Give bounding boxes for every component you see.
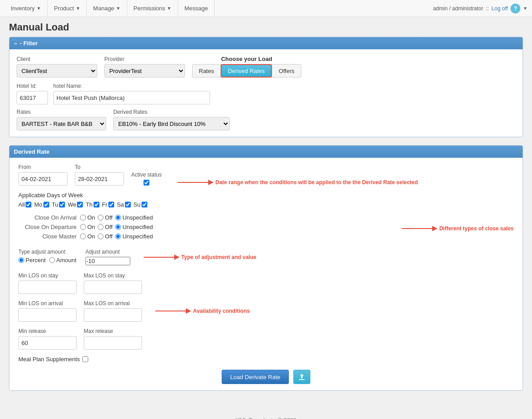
day-mo-label: Mo xyxy=(34,201,42,208)
close-sales-block: Close On Arrival On Off xyxy=(18,214,388,242)
arrival-unspecified-label: Unspecified xyxy=(122,214,153,221)
min-los-arrival-group: Min LOS on arrival xyxy=(18,300,77,322)
days-row: All Mo Tu We xyxy=(18,201,514,208)
day-fr: Fr xyxy=(102,201,114,208)
availability-annotation: Availability conditions xyxy=(193,308,250,314)
max-release-label: Max release xyxy=(84,328,142,334)
min-los-arrival-input[interactable] xyxy=(18,308,77,322)
arrival-off-radio[interactable] xyxy=(98,215,103,220)
rates-select[interactable]: BARTEST - Rate BAR B&B xyxy=(17,117,106,130)
master-unspecified-radio[interactable] xyxy=(115,233,121,239)
adjust-amount-group: Adjust amount -10 xyxy=(86,249,130,265)
nav-manage[interactable]: Manage ▼ xyxy=(87,0,127,17)
from-label: From xyxy=(18,164,68,170)
day-all-checkbox[interactable] xyxy=(26,202,31,207)
derived-rates-load-button[interactable]: Derived Rates xyxy=(221,64,272,78)
min-los-stay-input[interactable] xyxy=(18,281,77,294)
min-los-stay-group: Min LOS on stay xyxy=(18,272,77,294)
min-los-arrival-label: Min LOS on arrival xyxy=(18,300,77,307)
close-arrival-radios: On Off Unspecified xyxy=(80,214,153,221)
nav-inventory-caret: ▼ xyxy=(36,6,41,11)
date-annotation: Date range when the conditions will be a… xyxy=(215,179,418,186)
day-th-checkbox[interactable] xyxy=(94,202,99,207)
close-arrival-label: Close On Arrival xyxy=(18,214,77,221)
close-annotation-container: Different types of close sales xyxy=(402,225,514,232)
main-content: – - Filter Client ClientTest Provider Pr… xyxy=(0,37,532,408)
upload-button[interactable] xyxy=(293,370,310,384)
los-stay-section: Min LOS on stay Max LOS on stay xyxy=(18,272,514,294)
nav-message[interactable]: Message xyxy=(178,0,215,17)
rates-load-button[interactable]: Rates xyxy=(192,64,221,78)
derived-rate-header-label: Derived Rate xyxy=(14,148,49,155)
max-los-stay-input[interactable] xyxy=(84,281,142,294)
arrival-on-radio[interactable] xyxy=(80,215,86,220)
meal-plan-row: Meal Plan Supplements xyxy=(18,356,514,363)
hotel-name-group: hotel Name: Hotel Test Push (Mallorca) xyxy=(53,83,210,104)
active-status-checkbox[interactable] xyxy=(131,180,162,186)
max-los-arrival-input[interactable] xyxy=(84,308,142,322)
amount-radio[interactable] xyxy=(49,257,55,263)
nav-product[interactable]: Product ▼ xyxy=(47,0,87,17)
derived-rate-panel-header: Derived Rate xyxy=(9,146,523,158)
min-release-input[interactable]: 60 xyxy=(18,336,77,350)
meal-plan-checkbox[interactable] xyxy=(82,356,88,362)
day-sa-label: Sa xyxy=(117,201,124,208)
day-su-checkbox[interactable] xyxy=(142,202,147,207)
master-off-radio[interactable] xyxy=(98,233,103,239)
min-los-stay-label: Min LOS on stay xyxy=(18,272,77,279)
master-on: On xyxy=(80,233,95,240)
load-derivate-rate-button[interactable]: Load Derivate Rate xyxy=(222,370,289,384)
derived-rates-select[interactable]: EB10% - Early Bird Discount 10% xyxy=(113,117,230,130)
los-arrival-container: Min LOS on arrival Max LOS on arrival Av… xyxy=(18,300,514,322)
close-departure-label: Close On Departure xyxy=(18,224,77,230)
client-select[interactable]: ClientTest xyxy=(17,64,97,78)
to-input[interactable]: 28-02-2021 xyxy=(75,172,124,186)
active-status-group: Active status xyxy=(131,172,162,186)
hotel-row: Hotel Id: 63017 hotel Name: Hotel Test P… xyxy=(17,83,515,104)
choose-load-label: Choose your Load xyxy=(192,56,301,62)
day-tu: Tu xyxy=(52,201,65,208)
los-stay-row: Min LOS on stay Max LOS on stay xyxy=(18,272,514,294)
departure-on: On xyxy=(80,224,95,230)
from-group: From 04-02-2021 xyxy=(18,164,68,186)
day-fr-checkbox[interactable] xyxy=(108,202,114,207)
arrival-on-label: On xyxy=(87,214,95,221)
nav-inventory[interactable]: Inventory ▼ xyxy=(4,0,47,17)
amount-label: Amount xyxy=(56,257,77,263)
nav-caret-icon[interactable]: ▼ xyxy=(523,6,528,11)
close-master-label: Close Master xyxy=(18,233,77,240)
nav-permissions[interactable]: Permissions ▼ xyxy=(127,0,178,17)
help-button[interactable]: ? xyxy=(511,4,520,13)
active-status-label: Active status xyxy=(131,172,162,178)
nav-inventory-label: Inventory xyxy=(11,5,34,12)
master-unspecified: Unspecified xyxy=(115,233,153,240)
meal-plan-label: Meal Plan Supplements xyxy=(18,356,80,363)
hotel-name-input[interactable]: Hotel Test Push (Mallorca) xyxy=(53,91,210,104)
day-we-checkbox[interactable] xyxy=(77,202,83,207)
departure-off-radio[interactable] xyxy=(98,224,103,230)
days-label: Applicable Days of Week xyxy=(18,192,514,199)
adjust-amount-input[interactable]: -10 xyxy=(86,257,130,265)
day-tu-checkbox[interactable] xyxy=(59,202,65,207)
percent-radio[interactable] xyxy=(18,257,24,263)
departure-on-radio[interactable] xyxy=(80,224,86,230)
day-sa-checkbox[interactable] xyxy=(125,202,131,207)
hotel-id-input[interactable]: 63017 xyxy=(17,91,48,104)
arrival-unspecified-radio[interactable] xyxy=(115,215,121,220)
max-release-group: Max release xyxy=(84,328,142,350)
departure-unspecified: Unspecified xyxy=(115,224,153,230)
days-section: Applicable Days of Week All Mo Tu xyxy=(18,192,514,208)
offers-load-button[interactable]: Offers xyxy=(272,64,301,78)
master-on-radio[interactable] xyxy=(80,233,86,239)
filter-toggle[interactable]: – xyxy=(14,40,17,47)
nav-items: Inventory ▼ Product ▼ Manage ▼ Permissio… xyxy=(4,0,433,17)
user-area: admin / administrator :: Log off ? ▼ xyxy=(433,4,528,13)
day-mo-checkbox[interactable] xyxy=(43,202,49,207)
logoff-link[interactable]: Log off xyxy=(492,5,508,12)
rates-group: Rates BARTEST - Rate BAR B&B xyxy=(17,109,106,130)
from-input[interactable]: 04-02-2021 xyxy=(18,172,68,186)
release-row: Min release 60 Max release xyxy=(18,328,514,350)
max-release-input[interactable] xyxy=(84,336,142,350)
departure-unspecified-radio[interactable] xyxy=(115,224,121,230)
provider-select[interactable]: ProviderTest xyxy=(104,64,185,78)
